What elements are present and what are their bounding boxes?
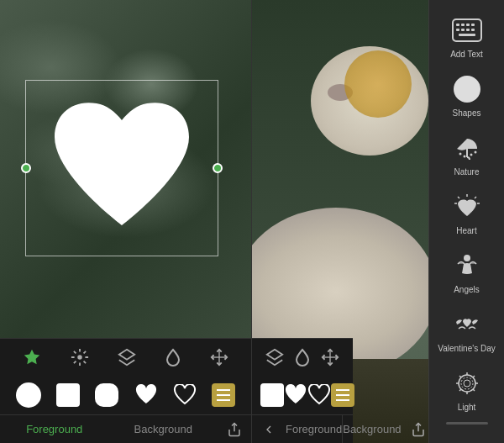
- right-layers-tool[interactable]: [265, 348, 284, 367]
- sidebar-item-light[interactable]: Light: [429, 360, 504, 419]
- foreground-button[interactable]: Foreground: [0, 415, 109, 443]
- sidebar-item-add-text[interactable]: Add Text: [429, 7, 504, 66]
- heart-filled-shape[interactable]: [134, 384, 158, 406]
- svg-rect-18: [459, 34, 475, 36]
- svg-rect-10: [456, 24, 459, 26]
- back-icon[interactable]: [262, 423, 276, 436]
- right-move-tool[interactable]: [321, 348, 339, 367]
- sheep-texture: [0, 0, 251, 338]
- right-shape-picker: [252, 376, 353, 414]
- svg-line-25: [475, 197, 476, 198]
- square-shape[interactable]: [56, 383, 80, 407]
- star-tool[interactable]: [23, 348, 41, 367]
- svg-line-27: [458, 197, 459, 198]
- right-menu-shape[interactable]: [331, 383, 354, 407]
- svg-marker-5: [267, 350, 282, 360]
- svg-rect-17: [471, 29, 475, 31]
- sidebar-item-heart[interactable]: Heart: [429, 183, 504, 242]
- right-fg-bg-row: Foreground Background: [252, 414, 353, 443]
- right-square-icon: [260, 383, 284, 407]
- angels-label: Angels: [454, 285, 480, 294]
- layers-tool[interactable]: [118, 348, 136, 367]
- valentines-label: Valentine's Day: [438, 344, 495, 353]
- sidebar-item-nature[interactable]: Nature: [429, 124, 504, 183]
- heart-outline-icon: [173, 384, 197, 406]
- right-drop-tool[interactable]: [295, 348, 310, 367]
- right-sidebar: Add Text Shapes: [428, 0, 504, 443]
- right-panel: Foreground Background: [252, 0, 504, 443]
- menu-icon: [212, 383, 235, 407]
- svg-rect-14: [456, 29, 459, 31]
- svg-point-0: [77, 355, 82, 360]
- svg-rect-13: [471, 24, 475, 26]
- share-button[interactable]: [218, 415, 251, 443]
- svg-line-40: [459, 389, 461, 391]
- svg-point-22: [470, 154, 472, 156]
- heart-outline-shape[interactable]: [173, 384, 197, 406]
- right-square-shape[interactable]: [260, 383, 284, 407]
- svg-point-21: [463, 156, 465, 158]
- svg-point-31: [461, 377, 473, 389]
- left-shape-picker: [0, 376, 251, 414]
- left-panel: Foreground Background: [0, 0, 252, 443]
- right-background-button[interactable]: Background: [342, 415, 401, 443]
- sidebar-item-angels[interactable]: Angels: [429, 242, 504, 301]
- sidebar-divider: [446, 422, 488, 425]
- svg-rect-15: [461, 29, 465, 31]
- svg-point-20: [459, 153, 461, 156]
- right-bottom-toolbar: Foreground Background: [252, 338, 353, 443]
- nature-label: Nature: [454, 167, 479, 177]
- right-share-button[interactable]: [411, 422, 426, 437]
- angels-icon: [450, 249, 484, 282]
- square-icon: [56, 383, 80, 407]
- rounded-icon: [95, 383, 118, 407]
- left-canvas: [0, 0, 251, 338]
- right-heart-outline-shape[interactable]: [307, 384, 331, 406]
- left-fg-bg-row: Foreground Background: [0, 414, 251, 443]
- move-tool[interactable]: [210, 348, 228, 367]
- valentines-icon: [450, 308, 484, 341]
- svg-rect-12: [466, 24, 470, 26]
- shapes-label: Shapes: [453, 108, 481, 118]
- left-tool-icons-row: [0, 339, 251, 376]
- left-bottom-toolbar: Foreground Background: [0, 338, 251, 443]
- background-button[interactable]: Background: [109, 415, 218, 443]
- right-heart-filled-shape[interactable]: [284, 384, 307, 406]
- svg-rect-11: [461, 24, 465, 26]
- circle-shape[interactable]: [16, 382, 41, 408]
- nature-icon: [450, 131, 484, 165]
- svg-point-32: [464, 380, 470, 387]
- svg-rect-16: [466, 29, 470, 31]
- heart-label: Heart: [456, 226, 476, 235]
- right-menu-icon: [331, 383, 354, 407]
- menu-shape[interactable]: [212, 383, 235, 407]
- svg-point-29: [464, 255, 470, 261]
- sidebar-item-valentines[interactable]: Valentine's Day: [429, 301, 504, 360]
- circle-icon: [16, 382, 41, 408]
- background-circle: [344, 50, 412, 118]
- light-icon: [450, 367, 484, 400]
- right-heart-filled-icon: [284, 384, 307, 406]
- shapes-icon: [450, 72, 484, 106]
- add-text-label: Add Text: [450, 50, 483, 59]
- sparkle-tool[interactable]: [71, 348, 89, 367]
- heart-sidebar-icon: [450, 190, 484, 224]
- drop-tool[interactable]: [165, 348, 181, 367]
- light-label: Light: [458, 403, 476, 412]
- keyboard-icon: [450, 13, 484, 47]
- right-heart-outline-icon: [307, 384, 331, 406]
- svg-line-37: [459, 376, 461, 377]
- right-tool-icons-row: [252, 339, 353, 376]
- rounded-shape[interactable]: [95, 383, 118, 407]
- sidebar-item-shapes[interactable]: Shapes: [429, 66, 504, 124]
- svg-line-38: [473, 389, 475, 391]
- svg-marker-1: [119, 350, 134, 360]
- right-foreground-button[interactable]: Foreground: [286, 415, 342, 443]
- heart-filled-icon: [134, 384, 158, 406]
- svg-point-23: [474, 151, 476, 154]
- svg-line-39: [473, 376, 475, 377]
